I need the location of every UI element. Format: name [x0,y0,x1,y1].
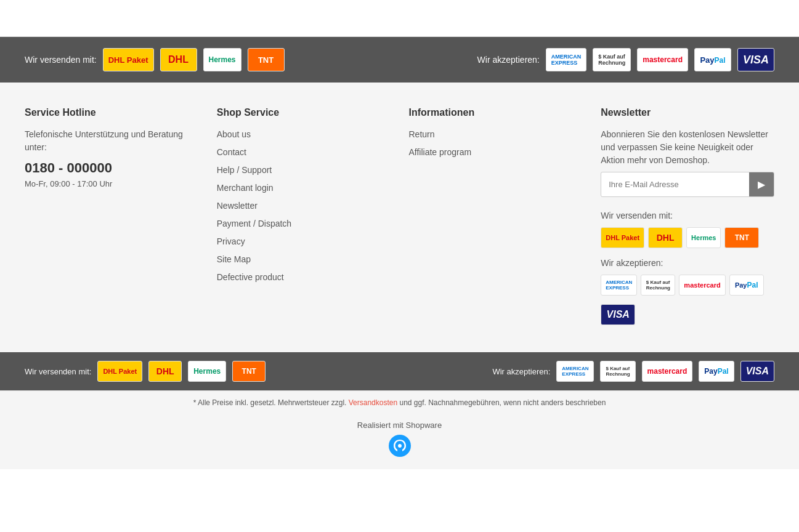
versandkosten-link[interactable]: Versandkosten [349,398,397,407]
informationen-heading: Informationen [409,107,583,118]
link-return[interactable]: Return [409,128,583,141]
mastercard-logo: mastercard [637,48,688,71]
nl-hermes-logo: Hermes [686,227,721,248]
bottom-tnt-logo: TNT [232,361,266,382]
link-payment-dispatch[interactable]: Payment / Dispatch [217,217,391,230]
payment-logos-right: Wir akzeptieren: AMERICANEXPRESS $ Kauf … [477,48,774,71]
footer-price-text2: und ggf. Nachnahmegebühren, wenn nicht a… [399,398,606,407]
newsletter-accept-label: Wir akzeptieren: [601,257,774,270]
newsletter-carrier-logos: DHL Paket DHL Hermes TNT [601,227,774,248]
bottom-mastercard-logo: mastercard [642,361,693,382]
shopware-logo-container [0,435,799,469]
link-newsletter[interactable]: Newsletter [217,200,391,212]
top-spacer [0,0,799,37]
link-contact[interactable]: Contact [217,146,391,159]
newsletter-submit-button[interactable]: ▶ [749,172,774,196]
nl-paypal-logo: PayPal [729,275,764,296]
link-merchant-login[interactable]: Merchant login [217,182,391,195]
footer-bottom-text: * Alle Preise inkl. gesetzl. Mehrwertste… [0,390,799,414]
service-hotline-heading: Service Hotline [25,107,198,118]
nl-rechnung-logo: $ Kauf aufRechnung [641,275,675,296]
service-hotline-col: Service Hotline Telefonische Unterstützu… [25,107,198,334]
tnt-logo: TNT [248,48,285,71]
visa-logo: VISA [737,48,774,71]
shopware-icon [389,435,411,457]
top-shipping-bar: Wir versenden mit: DHL Paket DHL Hermes … [0,37,799,83]
bottom-shipping-label: Wir versenden mit: [25,367,91,376]
bottom-amex-logo: AMERICANEXPRESS [556,361,594,382]
hermes-logo: Hermes [203,48,241,71]
bottom-dhl-logo: DHL [148,361,182,382]
bottom-payment-logos: Wir akzeptieren: AMERICANEXPRESS $ Kauf … [492,361,774,382]
bottom-paypal-logo: PayPal [699,361,734,382]
shipping-label: Wir versenden mit: [25,55,97,65]
bottom-dhl-paket-logo: DHL Paket [97,361,142,382]
paypal-logo: PayPal [694,48,731,71]
link-defective-product[interactable]: Defective product [217,271,391,284]
dhl-logo: DHL [160,48,197,71]
shop-service-col: Shop Service About us Contact Help / Sup… [217,107,391,334]
newsletter-payment-logos: AMERICANEXPRESS $ Kauf aufRechnung maste… [601,275,774,296]
bottom-hermes-logo: Hermes [188,361,226,382]
nl-dhl-logo: DHL [648,227,683,248]
shipping-logos-left: Wir versenden mit: DHL Paket DHL Hermes … [25,48,285,71]
newsletter-send-label: Wir versenden mit: [601,209,774,222]
newsletter-col: Newsletter Abonnieren Sie den kostenlose… [601,107,774,334]
nl-amex-logo: AMERICANEXPRESS [601,275,637,296]
bottom-accept-label: Wir akzeptieren: [492,367,550,376]
link-site-map[interactable]: Site Map [217,253,391,266]
newsletter-visa-logo-row: VISA [601,304,774,325]
amex-logo: AMERICANEXPRESS [546,48,587,71]
informationen-col: Informationen Return Affiliate program [409,107,583,334]
email-form: ▶ [601,172,774,197]
footer-main: Service Hotline Telefonische Unterstützu… [0,83,799,352]
nl-tnt-logo: TNT [724,227,759,248]
nl-mastercard-logo: mastercard [679,275,725,296]
nl-dhl-paket-logo: DHL Paket [601,227,644,248]
realisiert-text: Realisiert mit Shopware [0,414,799,435]
hours: Mo-Fr, 09:00 - 17:00 Uhr [25,179,198,188]
rechnung-logo: $ Kauf aufRechnung [593,48,631,71]
shop-service-heading: Shop Service [217,107,391,118]
nl-visa-logo: VISA [601,304,635,325]
phone-number: 0180 - 000000 [25,160,198,176]
link-about-us[interactable]: About us [217,128,391,141]
bottom-visa-logo: VISA [740,361,774,382]
dhl-paket-logo: DHL Paket [103,48,154,71]
accept-label: Wir akzeptieren: [477,55,540,65]
link-help-support[interactable]: Help / Support [217,164,391,177]
email-input[interactable] [601,174,749,195]
newsletter-heading: Newsletter [601,107,774,118]
bottom-rechnung-logo: $ Kauf aufRechnung [600,361,635,382]
link-affiliate[interactable]: Affiliate program [409,146,583,159]
link-privacy[interactable]: Privacy [217,235,391,248]
bottom-shipping-logos: Wir versenden mit: DHL Paket DHL Hermes … [25,361,266,382]
hotline-description: Telefonische Unterstützung und Beratung … [25,128,198,154]
newsletter-text: Abonnieren Sie den kostenlosen Newslette… [601,128,774,167]
footer-price-text1: * Alle Preise inkl. gesetzl. Mehrwertste… [193,398,347,407]
bottom-shipping-bar: Wir versenden mit: DHL Paket DHL Hermes … [0,352,799,390]
